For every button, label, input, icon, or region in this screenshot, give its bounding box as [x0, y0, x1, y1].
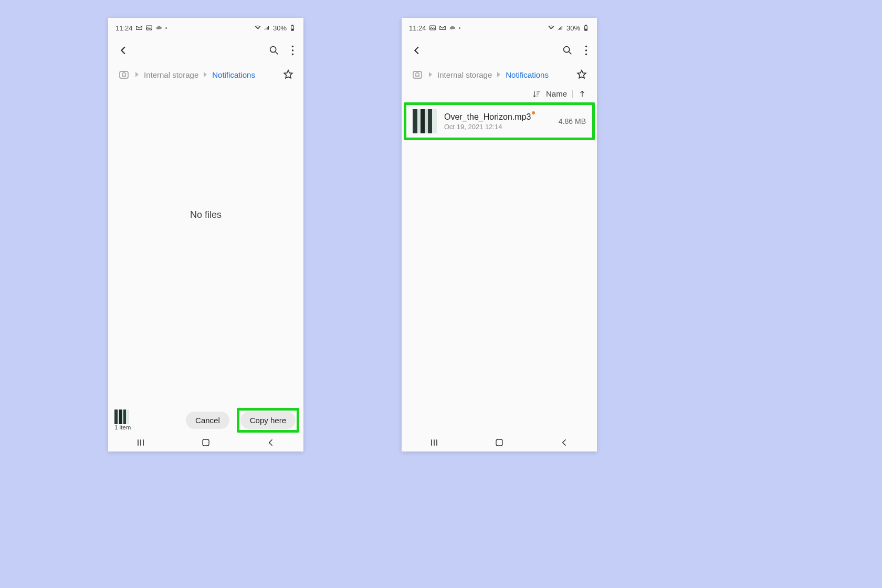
breadcrumb-folder[interactable]: Notifications	[212, 70, 255, 79]
phone-screenshot-right: 11:24 30% Internal storage Notifications…	[402, 18, 597, 452]
breadcrumb-folder[interactable]: Notifications	[506, 70, 549, 79]
image-icon	[429, 24, 436, 32]
overflow-icon[interactable]	[291, 45, 294, 56]
top-bar	[108, 36, 303, 65]
svg-point-5	[292, 46, 293, 47]
home-icon[interactable]	[118, 68, 130, 81]
item-count: 1 item	[114, 424, 131, 430]
gmail-icon	[439, 24, 446, 32]
svg-point-16	[585, 49, 587, 51]
signal-icon	[557, 24, 564, 32]
overflow-icon[interactable]	[585, 45, 587, 56]
battery-text: 30%	[273, 24, 287, 32]
back-nav-icon[interactable]	[266, 437, 276, 448]
svg-rect-19	[496, 439, 502, 446]
nav-bar	[402, 434, 597, 452]
nav-bar	[108, 434, 303, 452]
svg-rect-9	[203, 439, 209, 446]
cloud-icon	[449, 24, 456, 32]
top-bar	[402, 36, 597, 65]
battery-icon	[582, 24, 590, 32]
battery-icon	[289, 24, 296, 32]
breadcrumb-storage[interactable]: Internal storage	[437, 70, 492, 79]
svg-rect-2	[292, 25, 293, 26]
svg-point-7	[292, 54, 293, 55]
search-icon[interactable]	[268, 45, 280, 56]
chevron-right-icon	[497, 72, 500, 77]
chevron-right-icon	[135, 72, 139, 77]
highlight-copy-here: Copy here	[237, 408, 299, 433]
svg-rect-12	[585, 25, 586, 26]
breadcrumb: Internal storage Notifications	[108, 65, 303, 86]
recents-icon[interactable]	[135, 437, 146, 448]
cloud-icon	[155, 24, 163, 32]
recents-icon[interactable]	[429, 437, 439, 448]
file-row[interactable]: Over_the_Horizon.mp3 Oct 19, 2021 12:14 …	[406, 105, 592, 138]
search-icon[interactable]	[562, 45, 573, 56]
signal-icon	[264, 24, 271, 32]
breadcrumb-storage[interactable]: Internal storage	[144, 70, 198, 79]
home-nav-icon[interactable]	[495, 438, 504, 447]
star-icon[interactable]	[576, 69, 587, 80]
highlight-file-row: Over_the_Horizon.mp3 Oct 19, 2021 12:14 …	[404, 102, 595, 140]
svg-rect-10	[429, 26, 435, 30]
svg-point-4	[270, 47, 276, 52]
star-icon[interactable]	[282, 69, 294, 80]
chevron-right-icon	[429, 72, 432, 77]
wifi-icon	[254, 24, 261, 32]
file-name: Over_the_Horizon.mp3	[444, 112, 531, 122]
paste-action-bar: 1 item Cancel Copy here	[108, 404, 303, 434]
svg-point-14	[564, 47, 570, 52]
status-bar: 11:24 30%	[108, 20, 303, 36]
dot-icon	[165, 27, 167, 29]
wifi-icon	[548, 24, 555, 32]
clipboard-thumb	[114, 410, 129, 424]
file-thumbnail	[413, 109, 437, 133]
dot-icon	[459, 27, 460, 29]
sort-label[interactable]: Name	[546, 89, 567, 98]
empty-state: No files	[108, 86, 303, 343]
gmail-icon	[135, 24, 143, 32]
svg-rect-0	[146, 26, 152, 30]
back-icon[interactable]	[118, 45, 129, 56]
home-nav-icon[interactable]	[201, 438, 211, 447]
copy-here-button[interactable]: Copy here	[240, 412, 296, 429]
divider	[572, 90, 573, 98]
file-date: Oct 19, 2021 12:14	[444, 123, 551, 131]
svg-point-6	[292, 49, 293, 51]
image-icon	[145, 24, 153, 32]
svg-point-17	[585, 54, 587, 55]
file-size: 4.86 MB	[559, 117, 586, 125]
back-icon[interactable]	[411, 45, 423, 56]
svg-point-15	[585, 46, 587, 47]
empty-text: No files	[190, 209, 222, 220]
status-time: 11:24	[409, 24, 426, 32]
phone-screenshot-left: 11:24 30% Internal storage Notifications…	[108, 18, 303, 452]
sort-icon[interactable]	[532, 90, 541, 98]
svg-rect-13	[585, 29, 587, 30]
status-bar: 11:24 30%	[402, 20, 597, 36]
arrow-up-icon[interactable]	[578, 90, 586, 98]
battery-text: 30%	[566, 24, 580, 32]
back-nav-icon[interactable]	[559, 437, 570, 448]
home-icon[interactable]	[411, 68, 424, 81]
chevron-right-icon	[204, 72, 207, 77]
breadcrumb: Internal storage Notifications	[402, 65, 597, 86]
status-time: 11:24	[116, 24, 133, 32]
sort-row: Name	[402, 86, 597, 102]
svg-rect-3	[291, 29, 293, 30]
cancel-button[interactable]: Cancel	[186, 412, 229, 429]
